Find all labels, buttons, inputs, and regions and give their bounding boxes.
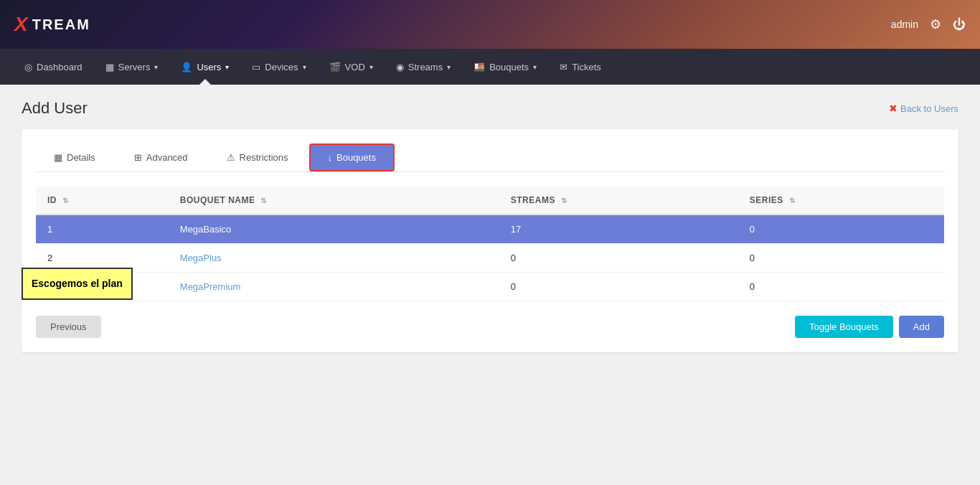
nav-item-servers[interactable]: ▦ Servers ▾: [95, 49, 169, 85]
tab-details[interactable]: ▦ Details: [36, 143, 113, 171]
table-body: 1 MegaBasico 17 0 2 MegaPlus 0 0 3 MegaP…: [36, 215, 944, 301]
page-header: Add User ✖ Back to Users: [22, 99, 958, 118]
previous-button[interactable]: Previous: [36, 316, 101, 338]
tab-restrictions[interactable]: ⚠ Restrictions: [209, 143, 306, 171]
advanced-tab-icon: ⊞: [134, 152, 142, 163]
nav-label-users: Users: [197, 62, 221, 72]
nav-item-streams[interactable]: ◉ Streams ▾: [386, 49, 461, 85]
bouquet-link[interactable]: MegaPlus: [180, 253, 222, 263]
header: X TREAM admin ⚙ ⏻: [0, 0, 980, 49]
tab-bouquets[interactable]: ↓ Bouquets: [309, 143, 395, 171]
streams-icon: ◉: [396, 62, 404, 72]
nav-item-tickets[interactable]: ✉ Tickets: [550, 49, 611, 85]
settings-icon[interactable]: ⚙: [930, 17, 941, 32]
nav-label-devices: Devices: [265, 62, 298, 72]
servers-icon: ▦: [105, 62, 114, 72]
sort-icon-streams[interactable]: ⇅: [561, 197, 567, 204]
back-to-users-link[interactable]: ✖ Back to Users: [889, 103, 958, 114]
admin-label: admin: [891, 19, 918, 30]
nav-item-devices[interactable]: ▭ Devices ▾: [242, 49, 316, 85]
add-button[interactable]: Add: [899, 316, 944, 338]
table-head: ID ⇅ BOUQUET NAME ⇅ STREAMS ⇅ SERIES: [36, 187, 944, 215]
page-title: Add User: [22, 99, 88, 118]
power-icon[interactable]: ⏻: [953, 17, 966, 32]
back-link-icon: ✖: [889, 103, 897, 114]
bouquet-link[interactable]: MegaBasico: [180, 224, 232, 235]
tab-bouquets-label: Bouquets: [336, 152, 376, 163]
devices-icon: ▭: [252, 62, 260, 72]
cell-streams: 0: [499, 244, 738, 273]
tab-advanced[interactable]: ⊞ Advanced: [116, 143, 206, 171]
col-bouquet-name: BOUQUET NAME ⇅: [169, 187, 499, 215]
sort-icon-id[interactable]: ⇅: [62, 197, 69, 204]
nav-label-vod: VOD: [345, 62, 365, 72]
tab-details-label: Details: [67, 152, 95, 163]
bouquets-tab-icon: ↓: [328, 152, 333, 163]
sort-icon-series[interactable]: ⇅: [789, 197, 796, 204]
chevron-down-icon-users: ▾: [225, 63, 229, 71]
nav-item-users[interactable]: 👤 Users ▾: [171, 49, 239, 85]
cell-bouquet-name: MegaPlus: [169, 244, 499, 273]
nav-label-tickets: Tickets: [572, 62, 601, 72]
tab-advanced-label: Advanced: [146, 152, 188, 163]
sort-icon-bouquet-name[interactable]: ⇅: [260, 197, 267, 204]
nav-label-streams: Streams: [408, 62, 443, 72]
col-id: ID ⇅: [36, 187, 169, 215]
buttons-right: Toggle Bouquets Add: [795, 316, 944, 338]
col-series: SERIES ⇅: [738, 187, 944, 215]
cell-id: 1: [36, 215, 169, 244]
tickets-icon: ✉: [560, 62, 567, 72]
details-tab-icon: ▦: [54, 152, 62, 163]
page-content: Escogemos el plan Add User ✖ Back to Use…: [0, 85, 980, 485]
cell-series: 0: [738, 244, 944, 273]
cell-series: 0: [738, 273, 944, 301]
main-card: ▦ Details ⊞ Advanced ⚠ Restrictions ↓ Bo…: [22, 129, 958, 352]
restrictions-tab-icon: ⚠: [227, 152, 235, 163]
header-right: admin ⚙ ⏻: [891, 17, 966, 32]
nav-label-dashboard: Dashboard: [37, 62, 83, 72]
callout-annotation: Escogemos el plan: [22, 268, 133, 300]
buttons-area: Previous Toggle Bouquets Add: [36, 316, 944, 338]
chevron-down-icon: ▾: [154, 63, 158, 71]
col-streams: STREAMS ⇅: [499, 187, 738, 215]
table-row[interactable]: 2 MegaPlus 0 0: [36, 244, 944, 273]
tab-restrictions-label: Restrictions: [240, 152, 288, 163]
bouquet-link[interactable]: MegaPremium: [180, 281, 241, 292]
nav-label-servers: Servers: [118, 62, 151, 72]
nav-item-vod[interactable]: 🎬 VOD ▾: [319, 49, 383, 85]
nav-item-dashboard[interactable]: ◎ Dashboard: [14, 49, 93, 85]
tab-bar: ▦ Details ⊞ Advanced ⚠ Restrictions ↓ Bo…: [36, 143, 944, 172]
logo-area: X TREAM: [14, 14, 90, 34]
bouquets-nav-icon: 🍱: [473, 62, 485, 72]
cell-streams: 0: [499, 273, 738, 301]
table-row[interactable]: 3 MegaPremium 0 0: [36, 273, 944, 301]
cell-streams: 17: [499, 215, 738, 244]
logo-x-icon: X: [14, 14, 28, 34]
vod-icon: 🎬: [329, 62, 341, 72]
chevron-down-icon-devices: ▾: [303, 63, 306, 71]
bouquets-table-wrapper: ID ⇅ BOUQUET NAME ⇅ STREAMS ⇅ SERIES: [36, 187, 944, 301]
nav-item-bouquets[interactable]: 🍱 Bouquets ▾: [463, 49, 547, 85]
chevron-down-icon-bouquets: ▾: [533, 63, 537, 71]
cell-bouquet-name: MegaPremium: [169, 273, 499, 301]
dashboard-icon: ◎: [24, 62, 32, 72]
table-row[interactable]: 1 MegaBasico 17 0: [36, 215, 944, 244]
logo-tream-text: TREAM: [32, 17, 90, 33]
users-icon: 👤: [181, 62, 192, 72]
chevron-down-icon-vod: ▾: [369, 63, 373, 71]
nav-label-bouquets: Bouquets: [489, 62, 529, 72]
cell-series: 0: [738, 215, 944, 244]
cell-bouquet-name: MegaBasico: [169, 215, 499, 244]
bouquets-table: ID ⇅ BOUQUET NAME ⇅ STREAMS ⇅ SERIES: [36, 187, 944, 301]
chevron-down-icon-streams: ▾: [447, 63, 451, 71]
navbar: ◎ Dashboard ▦ Servers ▾ 👤 Users ▾ ▭ Devi…: [0, 49, 980, 85]
back-link-text: Back to Users: [900, 103, 958, 114]
toggle-bouquets-button[interactable]: Toggle Bouquets: [795, 316, 893, 338]
